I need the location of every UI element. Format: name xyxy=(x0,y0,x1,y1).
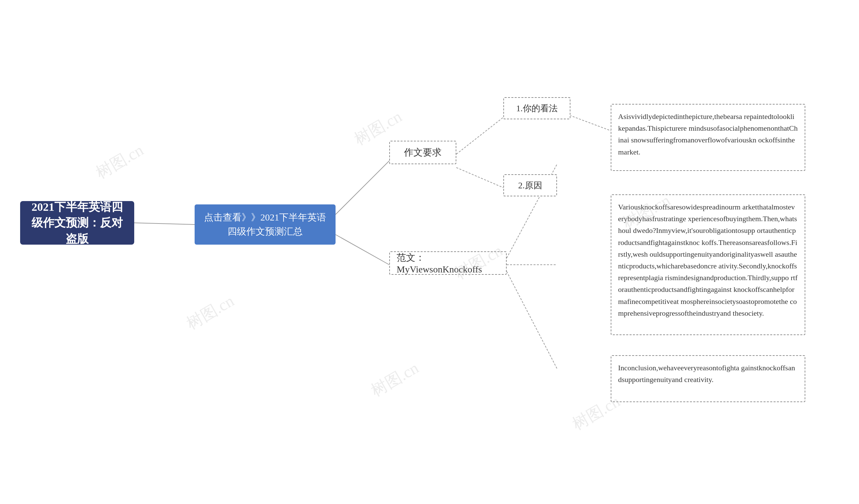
requirement-label: 作文要求 xyxy=(404,146,441,159)
svg-line-2 xyxy=(456,117,503,154)
svg-line-1 xyxy=(335,161,389,215)
fanwen-label: 范文：MyViewsonKnockoffs xyxy=(397,251,499,275)
svg-line-4 xyxy=(335,235,389,265)
text-box-2-content: Variousknockoffsaresowidespreadinourm ar… xyxy=(618,203,798,317)
watermark-5: 树图.cn xyxy=(367,357,422,401)
svg-line-0 xyxy=(134,223,195,224)
watermark-2: 树图.cn xyxy=(183,290,238,334)
root-node: 2021下半年英语四级作文预测：反对盗版 xyxy=(20,201,134,245)
svg-line-7 xyxy=(507,271,557,368)
text-box-2: Variousknockoffsaresowidespreadinourm ar… xyxy=(611,194,805,335)
mindmap: 树图.cn 树图.cn 树图.cn 树图.cn 树图.cn 树图.cn 树图.c… xyxy=(0,0,859,504)
text-box-1: Asisvividlydepictedinthepicture,thebears… xyxy=(611,104,805,171)
sub-item-2-label: 2.原因 xyxy=(518,179,542,191)
sub-item-1: 1.你的看法 xyxy=(503,97,570,119)
sub-item-1-label: 1.你的看法 xyxy=(516,103,558,114)
link-node[interactable]: 点击查看》》2021下半年英语四级作文预测汇总 xyxy=(195,204,335,245)
link-label: 点击查看》》2021下半年英语四级作文预测汇总 xyxy=(200,210,330,239)
sub-item-2: 2.原因 xyxy=(503,174,557,196)
svg-line-3 xyxy=(456,168,503,188)
root-label: 2021下半年英语四级作文预测：反对盗版 xyxy=(27,199,127,247)
text-box-3: Inconclusion,wehaveeveryreasontofighta g… xyxy=(611,355,805,402)
watermark-1: 树图.cn xyxy=(92,139,147,184)
fanwen-node: 范文：MyViewsonKnockoffs xyxy=(389,251,507,275)
text-box-1-content: Asisvividlydepictedinthepicture,thebears… xyxy=(618,112,798,156)
text-box-3-content: Inconclusion,wehaveeveryreasontofighta g… xyxy=(618,364,795,384)
requirement-node: 作文要求 xyxy=(389,141,456,164)
